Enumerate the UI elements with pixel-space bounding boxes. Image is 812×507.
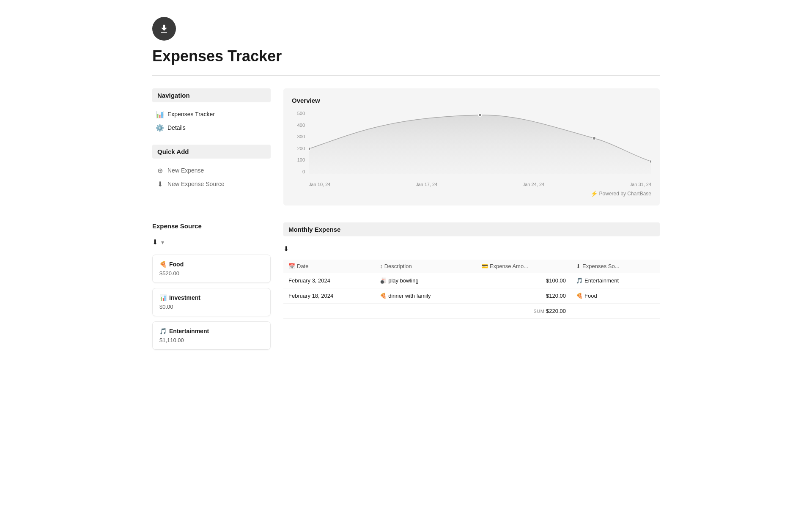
powered-by-label: Powered by ChartBase (599, 191, 651, 197)
food-source-icon: 🍕 (576, 293, 583, 299)
row2-description: 🍕 dinner with family (375, 288, 476, 304)
svg-point-0 (478, 113, 481, 117)
overview-section: Overview 500 400 300 200 100 0 (283, 88, 660, 206)
row1-amount: $100.00 (476, 273, 571, 288)
nav-label-details: Details (167, 124, 186, 131)
food-row-icon: 🍕 (380, 293, 387, 299)
sum-label: SUM (533, 309, 544, 314)
sum-row: SUM $220.00 (283, 304, 660, 319)
bowling-icon: 🎳 (380, 277, 387, 284)
sum-amount: $220.00 (546, 308, 566, 314)
chart-powered-by: ⚡ Powered by ChartBase (292, 190, 651, 197)
row2-source: 🍕 Food (571, 288, 660, 304)
desc-col-icon: ↕ (380, 263, 383, 269)
overview-title: Overview (292, 97, 651, 104)
new-expense-source-button[interactable]: ⬇ New Expense Source (152, 177, 271, 191)
main-layout: Navigation 📊 Expenses Tracker ⚙️ Details… (152, 88, 660, 206)
source-col-icon: ⬇ (576, 263, 581, 269)
sum-empty-1 (283, 304, 375, 319)
new-expense-label: New Expense (167, 167, 204, 174)
source-download-icon[interactable]: ⬇ (152, 238, 158, 246)
bottom-layout: Expense Source ⬇ ▾ 🍕 Food $520.00 📊 Inve… (152, 222, 660, 355)
col-header-description: ↕ Description (375, 260, 476, 273)
chart-container: 500 400 300 200 100 0 (292, 111, 651, 187)
row2-amount: $120.00 (476, 288, 571, 304)
svg-point-1 (593, 137, 595, 140)
download-icon (158, 23, 170, 35)
chart-y-labels: 500 400 300 200 100 0 (292, 111, 307, 174)
source-name-investment: 📊 Investment (159, 294, 263, 301)
expense-table: 📅 Date ↕ Description 💳 (283, 260, 660, 319)
app-icon (152, 17, 176, 41)
sidebar-item-expenses-tracker[interactable]: 📊 Expenses Tracker (152, 107, 271, 121)
expenses-tracker-icon: 📊 (156, 110, 164, 118)
col-header-source: ⬇ Expenses So... (571, 260, 660, 273)
row2-date: February 18, 2024 (283, 288, 375, 304)
new-expense-button[interactable]: ⊕ New Expense (152, 164, 271, 177)
source-card-entertainment: 🎵 Entertainment $1,110.00 (152, 321, 271, 350)
monthly-expense-title: Monthly Expense (283, 222, 660, 236)
source-chevron-icon[interactable]: ▾ (161, 239, 164, 246)
right-panel: Overview 500 400 300 200 100 0 (283, 88, 660, 206)
entertainment-amount: $1,110.00 (159, 337, 263, 343)
left-panel: Navigation 📊 Expenses Tracker ⚙️ Details… (152, 88, 271, 206)
nav-label-expenses-tracker: Expenses Tracker (167, 111, 215, 118)
amount-col-icon: 💳 (481, 263, 488, 269)
expense-source-panel: Expense Source ⬇ ▾ 🍕 Food $520.00 📊 Inve… (152, 222, 271, 355)
quick-add-section: Quick Add ⊕ New Expense ⬇ New Expense So… (152, 145, 271, 191)
bolt-icon: ⚡ (590, 190, 598, 197)
table-header-row: 📅 Date ↕ Description 💳 (283, 260, 660, 273)
svg-point-3 (309, 147, 310, 151)
source-controls: ⬇ ▾ (152, 236, 271, 248)
sum-empty-3 (571, 304, 660, 319)
source-name-food: 🍕 Food (159, 261, 263, 268)
investment-icon: 📊 (159, 294, 167, 301)
chart-area (309, 111, 651, 174)
table-row: February 18, 2024 🍕 dinner with family $… (283, 288, 660, 304)
page-title: Expenses Tracker (152, 47, 660, 65)
row1-source: 🎵 Entertainment (571, 273, 660, 288)
monthly-expense-panel: Monthly Expense ⬇ 📅 Date (283, 222, 660, 355)
new-expense-icon: ⊕ (156, 166, 164, 175)
sidebar-item-details[interactable]: ⚙️ Details (152, 121, 271, 134)
svg-point-2 (650, 160, 651, 163)
source-card-investment: 📊 Investment $0.00 (152, 288, 271, 316)
entertainment-row-icon: 🎵 (576, 277, 583, 284)
row1-date: February 3, 2024 (283, 273, 375, 288)
col-header-date: 📅 Date (283, 260, 375, 273)
navigation-header: Navigation (152, 88, 271, 102)
sum-empty-2 (375, 304, 476, 319)
chart-x-labels: Jan 10, 24 Jan 17, 24 Jan 24, 24 Jan 31,… (309, 176, 651, 187)
sum-cell: SUM $220.00 (476, 304, 571, 319)
row1-description: 🎳 play bowling (375, 273, 476, 288)
col-header-amount: 💳 Expense Amo... (476, 260, 571, 273)
date-col-icon: 📅 (288, 263, 295, 269)
table-download-icon[interactable]: ⬇ (283, 245, 289, 252)
new-expense-source-icon: ⬇ (156, 180, 164, 188)
area-chart (309, 111, 651, 174)
source-name-entertainment: 🎵 Entertainment (159, 328, 263, 334)
table-row: February 3, 2024 🎳 play bowling $100.00 … (283, 273, 660, 288)
food-icon: 🍕 (159, 261, 167, 268)
header-divider (152, 75, 660, 76)
investment-amount: $0.00 (159, 304, 263, 310)
details-icon: ⚙️ (156, 123, 164, 132)
entertainment-icon: 🎵 (159, 328, 167, 334)
table-controls: ⬇ (283, 243, 660, 255)
expense-source-title: Expense Source (152, 222, 271, 230)
food-amount: $520.00 (159, 270, 263, 277)
new-expense-source-label: New Expense Source (167, 181, 225, 187)
header-section: Expenses Tracker (152, 17, 660, 76)
source-card-food: 🍕 Food $520.00 (152, 255, 271, 283)
quick-add-header: Quick Add (152, 145, 271, 159)
